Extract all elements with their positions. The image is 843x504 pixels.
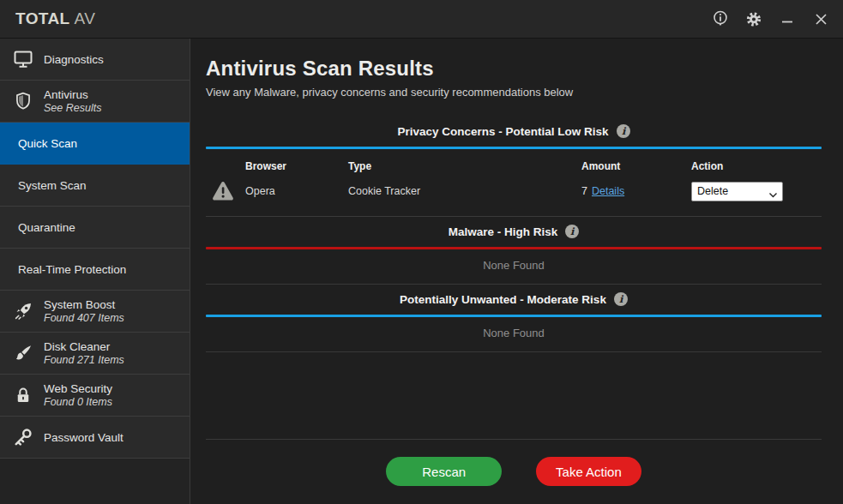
sidebar-item-label: Quarantine [18, 221, 75, 234]
minimize-icon[interactable] [780, 10, 795, 27]
sidebar-item-label: Disk Cleaner Found 271 Items [44, 340, 124, 367]
monitor-icon [11, 49, 34, 69]
sidebar-item-quarantine[interactable]: Quarantine [0, 207, 190, 249]
info-icon[interactable] [713, 10, 728, 27]
page-subtitle: View any Malware, privacy concerns and s… [206, 86, 822, 99]
sidebar: Diagnostics Antivirus See Results Quic [0, 39, 190, 504]
section-title: Malware - High Risk [449, 225, 558, 238]
section-header-privacy: Privacy Concerns - Potential Low Risk i [206, 124, 822, 147]
window-controls [713, 10, 828, 27]
footer-actions: Rescan Take Action [206, 439, 822, 504]
sidebar-item-diagnostics[interactable]: Diagnostics [0, 39, 190, 81]
column-header-browser: Browser [245, 160, 348, 172]
info-icon[interactable]: i [614, 292, 628, 306]
sidebar-item-system-scan[interactable]: System Scan [0, 165, 190, 207]
cell-amount: 7Details [581, 185, 691, 197]
sidebar-item-password-vault[interactable]: Password Vault [0, 417, 190, 459]
section-title: Potentially Unwanted - Moderate Risk [400, 293, 606, 306]
sidebar-item-label: Password Vault [44, 431, 123, 444]
section-header-potentially-unwanted: Potentially Unwanted - Moderate Risk i [206, 292, 822, 315]
sidebar-item-system-boost[interactable]: System Boost Found 407 Items [0, 291, 190, 333]
close-icon[interactable] [813, 10, 828, 27]
sidebar-item-quick-scan[interactable]: Quick Scan [0, 123, 190, 165]
take-action-button[interactable]: Take Action [536, 457, 641, 486]
cell-action: Delete [691, 182, 822, 201]
column-header-type: Type [348, 160, 581, 172]
warning-triangle-icon [206, 181, 245, 201]
empty-state-malware: None Found [206, 249, 822, 285]
table-header: Browser Type Amount Action [206, 160, 822, 172]
empty-state-potentially-unwanted: None Found [206, 317, 822, 352]
brand-light: AV [75, 9, 96, 27]
section-header-malware: Malware - High Risk i [206, 225, 822, 247]
sidebar-item-sublabel: Found 407 Items [44, 312, 124, 325]
action-select[interactable]: Delete [691, 182, 783, 201]
sidebar-item-label: Diagnostics [44, 53, 104, 66]
details-link[interactable]: Details [592, 185, 624, 197]
sidebar-item-sublabel: See Results [44, 102, 101, 115]
info-icon[interactable]: i [617, 124, 630, 138]
cell-browser: Opera [245, 185, 348, 197]
amount-value: 7 [581, 185, 587, 197]
cell-type: Cookie Tracker [348, 185, 581, 197]
sidebar-item-label: System Boost Found 407 Items [44, 298, 124, 325]
app-logo: TOTALAV [15, 9, 95, 28]
sidebar-item-disk-cleaner[interactable]: Disk Cleaner Found 271 Items [0, 333, 190, 375]
content-spacer [206, 352, 822, 439]
titlebar: TOTALAV [0, 0, 843, 39]
sidebar-item-label: System Scan [18, 179, 87, 192]
sidebar-item-real-time-protection[interactable]: Real-Time Protection [0, 249, 190, 291]
table-row: Opera Cookie Tracker 7Details Delete [206, 181, 822, 212]
sidebar-item-antivirus[interactable]: Antivirus See Results [0, 81, 190, 123]
table-bottom-divider [206, 216, 822, 217]
main-content: Antivirus Scan Results View any Malware,… [190, 39, 843, 504]
page-title: Antivirus Scan Results [206, 57, 822, 81]
sidebar-item-label: Quick Scan [18, 137, 77, 150]
app-window: TOTALAV [0, 0, 843, 504]
sidebar-item-sublabel: Found 0 Items [44, 396, 112, 409]
column-header-action: Action [691, 160, 822, 172]
section-title: Privacy Concerns - Potential Low Risk [397, 125, 608, 138]
shield-icon [11, 91, 34, 111]
section-underline-privacy [206, 147, 822, 149]
info-icon[interactable]: i [565, 225, 579, 238]
app-body: Diagnostics Antivirus See Results Quic [0, 39, 843, 504]
gear-icon[interactable] [746, 10, 762, 27]
lock-icon [11, 385, 34, 405]
key-icon [11, 427, 34, 447]
sidebar-item-label: Antivirus See Results [44, 88, 101, 115]
rescan-button[interactable]: Rescan [386, 457, 502, 486]
brand-bold: TOTAL [15, 9, 70, 27]
rocket-icon [11, 301, 34, 321]
brush-icon [11, 343, 34, 363]
sidebar-item-web-security[interactable]: Web Security Found 0 Items [0, 375, 190, 417]
column-header-amount: Amount [581, 160, 691, 172]
sidebar-item-sublabel: Found 271 Items [44, 354, 124, 367]
sidebar-item-label: Real-Time Protection [18, 263, 126, 276]
sidebar-empty-area [0, 459, 190, 504]
sidebar-item-label: Web Security Found 0 Items [44, 382, 112, 409]
